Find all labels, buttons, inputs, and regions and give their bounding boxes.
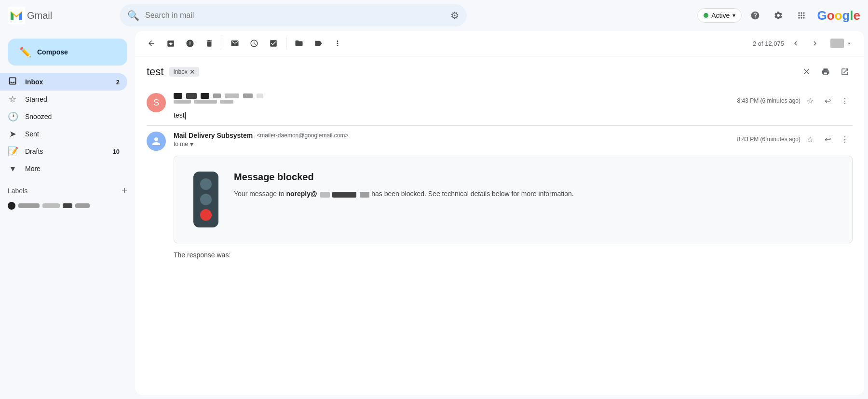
blocked-desc-pre: Your message to — [234, 190, 285, 198]
name-block-3 — [201, 93, 209, 99]
blocked-title: Message blocked — [234, 172, 833, 183]
print-button[interactable] — [818, 64, 833, 80]
spam-button[interactable] — [181, 35, 199, 52]
email-header-2: Mail Delivery Subsystem <mailer-daemon@g… — [174, 132, 853, 148]
sidebar-item-sent[interactable]: ➤ Sent — [0, 125, 127, 143]
google-account-button[interactable]: Google — [817, 8, 860, 23]
drafts-icon: 📝 — [8, 146, 17, 157]
labels-add-button[interactable]: + — [122, 185, 127, 196]
star-button-2[interactable]: ☆ — [802, 132, 818, 147]
email-content-area: 2 of 12,075 test Inbox ✕ — [135, 31, 864, 395]
compose-icon: ✏️ — [19, 46, 31, 58]
redacted-domain-2 — [332, 192, 356, 198]
more-email-actions-2[interactable]: ⋮ — [837, 132, 853, 147]
sidebar-item-drafts[interactable]: 📝 Drafts 10 — [0, 143, 127, 160]
active-label: Active — [711, 12, 730, 19]
active-dot — [704, 13, 708, 18]
more-email-actions-1[interactable]: ⋮ — [837, 93, 853, 108]
spam-icon — [186, 39, 194, 48]
inbox-label: Inbox — [25, 78, 108, 86]
mds-sender-name: Mail Delivery Subsystem — [174, 132, 253, 139]
pagination-label: 2 of 12,075 — [753, 40, 784, 47]
thread-title-row: test Inbox ✕ ✕ — [147, 64, 853, 80]
next-page-button[interactable] — [807, 36, 823, 51]
label-tag-2 — [42, 203, 60, 208]
delete-button[interactable] — [201, 35, 218, 52]
gmail-logo: Gmail — [8, 7, 114, 24]
blocked-desc-post: has been blocked. See technical details … — [371, 190, 573, 198]
name-block-2 — [186, 93, 197, 99]
inbox-label-tag: Inbox ✕ — [169, 67, 199, 77]
label-dot-black — [8, 202, 15, 210]
inbox-label-remove-button[interactable]: ✕ — [190, 68, 195, 76]
help-button[interactable] — [746, 6, 765, 25]
toolbar-sep-2 — [286, 38, 286, 49]
email-item-2: Mail Delivery Subsystem <mailer-daemon@g… — [147, 126, 853, 268]
prev-page-button[interactable] — [788, 36, 803, 51]
search-bar: 🔍 ⚙ — [120, 4, 467, 27]
snooze-button[interactable] — [245, 35, 263, 52]
back-icon — [147, 39, 156, 48]
snooze-icon — [250, 39, 258, 48]
name-block-4 — [213, 93, 221, 98]
to-me-chevron-icon: ▾ — [190, 140, 193, 148]
traffic-light-middle — [200, 194, 212, 205]
name-block-1 — [174, 93, 182, 99]
email-item-1: S — [147, 87, 853, 126]
task-button[interactable] — [265, 35, 282, 52]
label-row — [8, 200, 127, 212]
view-toggle-button[interactable] — [827, 37, 856, 50]
view-chevron-icon — [846, 40, 853, 47]
settings-button[interactable] — [769, 6, 788, 25]
reply-button-2[interactable]: ↩ — [820, 132, 835, 147]
reply-button-1[interactable]: ↩ — [820, 93, 835, 108]
view-icon — [830, 39, 844, 48]
open-new-window-button[interactable] — [837, 64, 853, 80]
sender-info-2: Mail Delivery Subsystem <mailer-daemon@g… — [174, 132, 730, 148]
sidebar-item-snoozed[interactable]: 🕐 Snoozed — [0, 108, 127, 125]
move-to-button[interactable] — [290, 35, 308, 52]
toolbar-sep-1 — [222, 38, 222, 49]
email-toolbar: 2 of 12,075 — [135, 31, 864, 56]
task-icon — [269, 39, 278, 48]
email-time-1: 8:43 PM (6 minutes ago) — [737, 97, 800, 104]
more-vert-icon — [333, 39, 342, 48]
compose-button[interactable]: ✏️ Compose — [8, 39, 127, 66]
archive-button[interactable] — [162, 35, 179, 52]
label-button[interactable] — [310, 35, 327, 52]
text-cursor — [185, 112, 186, 120]
search-tune-icon[interactable]: ⚙ — [450, 10, 459, 21]
blocked-email-bold: noreply@ — [286, 190, 317, 198]
close-thread-button[interactable]: ✕ — [799, 64, 814, 80]
active-status-button[interactable]: Active ▾ — [697, 8, 742, 23]
star-button-1[interactable]: ☆ — [802, 93, 818, 108]
sidebar-item-starred[interactable]: ☆ Starred — [0, 91, 127, 108]
labels-title: Labels — [8, 187, 27, 195]
email-time-2: 8:43 PM (6 minutes ago) — [737, 136, 800, 143]
main-layout: ✏️ Compose Inbox 2 ☆ Starred 🕐 Snoozed ➤… — [0, 31, 868, 399]
search-input[interactable] — [145, 11, 447, 20]
redacted-domain-1 — [320, 192, 330, 198]
email-actions-2: 8:43 PM (6 minutes ago) ☆ ↩ ⋮ — [733, 132, 853, 147]
back-button[interactable] — [143, 35, 160, 52]
settings-icon — [773, 11, 783, 20]
sender-name-row-2: Mail Delivery Subsystem <mailer-daemon@g… — [174, 132, 730, 139]
sub-block-3 — [220, 100, 233, 104]
apps-button[interactable] — [792, 6, 811, 25]
sidebar-item-more[interactable]: ▾ More — [0, 160, 127, 177]
mark-unread-button[interactable] — [226, 35, 244, 52]
email-body-2: Mail Delivery Subsystem <mailer-daemon@g… — [174, 132, 853, 263]
starred-icon: ☆ — [8, 94, 17, 105]
sidebar-item-inbox[interactable]: Inbox 2 — [0, 73, 127, 91]
response-line: The response was: — [174, 251, 853, 263]
active-chevron-icon: ▾ — [732, 12, 735, 19]
inbox-label-text: Inbox — [173, 68, 187, 75]
delete-icon — [205, 39, 214, 48]
svg-text:Gmail: Gmail — [27, 10, 52, 21]
avatar-sender: S — [147, 93, 166, 112]
email-actions-1: 8:43 PM (6 minutes ago) ☆ ↩ ⋮ — [733, 93, 853, 108]
email-body-1: 8:43 PM (6 minutes ago) ☆ ↩ ⋮ test — [174, 93, 853, 120]
more-actions-button[interactable] — [329, 35, 346, 52]
traffic-light-icon — [193, 172, 218, 227]
to-me-row[interactable]: to me ▾ — [174, 140, 730, 148]
